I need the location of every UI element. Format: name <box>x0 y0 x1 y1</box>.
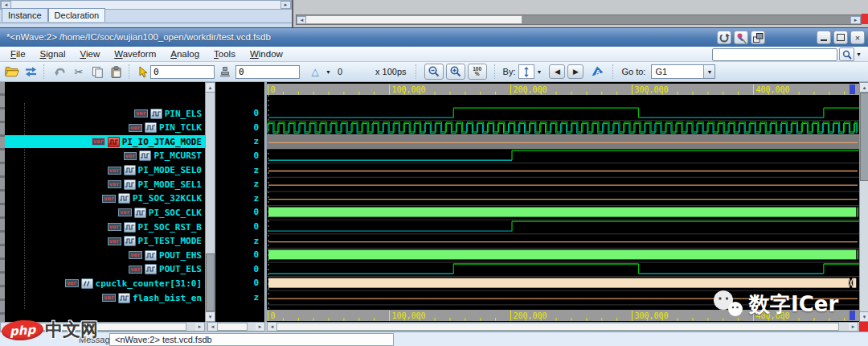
signal-row-PI_IO_JTAG_MODE[interactable]: verPI_IO_JTAG_MODE <box>5 135 205 148</box>
signal-vscrollbar[interactable]: ▴ ▾ <box>205 82 215 322</box>
menu-waveform[interactable]: Waveform <box>107 47 163 62</box>
toolbar-separator <box>416 64 420 79</box>
wechat-icon <box>712 290 744 319</box>
ver-badge: ver <box>124 152 137 160</box>
waveform-hscrollbar[interactable]: ◂ ▸ <box>267 322 858 332</box>
scroll-right-icon[interactable]: ▸ <box>849 323 858 331</box>
close-button[interactable]: × <box>850 31 865 44</box>
menu-signal[interactable]: Signal <box>33 47 73 62</box>
signal-value-cpuclk_counter[31:0]: 0 <box>215 277 264 290</box>
marker-time-input[interactable] <box>235 65 300 79</box>
scroll-right-icon[interactable]: ▸ <box>280 1 291 9</box>
background-hscrollbar-right[interactable]: ◂ ▸ <box>296 14 862 25</box>
scroll-right-icon[interactable]: ▸ <box>256 323 264 331</box>
prev-transition-button[interactable]: ◀ <box>549 64 565 79</box>
svg-text:300,000: 300,000 <box>635 311 669 320</box>
waveform-vscrollbar[interactable]: ▴ ▾ <box>859 82 868 322</box>
goto-combobox[interactable]: G1 ▼ <box>651 64 715 79</box>
scrollbar-thumb[interactable] <box>860 93 868 181</box>
scrollbar-thumb[interactable] <box>276 323 839 331</box>
signal-row-PIN_TCLK[interactable]: verPIN_TCLK <box>5 122 205 134</box>
goto-label: Go to: <box>621 67 645 76</box>
wechat-watermark-text: 数字ICer <box>749 290 838 319</box>
marker-tool-icon[interactable] <box>217 64 233 80</box>
signal-row-POUT_EHS[interactable]: verPOUT_EHS <box>5 249 205 262</box>
signal-row-PI_SOC_32KCLK[interactable]: verPI_SOC_32KCLK <box>5 192 205 205</box>
marker-up-icon[interactable]: △ <box>307 64 323 80</box>
menu-file[interactable]: File <box>3 47 33 62</box>
reload-signals-button[interactable] <box>23 64 39 80</box>
scroll-down-icon[interactable]: ▾ <box>206 311 215 321</box>
scroll-right-icon[interactable]: ▸ <box>195 323 204 331</box>
goto-dropdown-icon[interactable]: ▼ <box>703 65 714 78</box>
bookmark-a-icon[interactable]: A <box>589 64 605 80</box>
ver-badge: ver <box>118 208 132 216</box>
tab-instance[interactable]: Instance <box>2 8 48 22</box>
scroll-left-icon[interactable]: ◂ <box>268 323 276 331</box>
signal-row-PI_TEST_MODE[interactable]: verPI_TEST_MODE <box>5 235 205 248</box>
scroll-up-icon[interactable]: ▴ <box>860 83 868 93</box>
signal-row-PIN_ELS[interactable]: verPIN_ELS <box>5 107 205 120</box>
by-dropdown-icon[interactable]: ▼ <box>537 69 542 75</box>
reload-button[interactable] <box>717 31 731 44</box>
scrollbar-thumb[interactable] <box>217 323 248 331</box>
svg-text:0: 0 <box>271 311 276 320</box>
menu-analog[interactable]: Analog <box>163 47 207 62</box>
signal-row-PI_SOC_CLK[interactable]: verPI_SOC_CLK <box>5 206 205 219</box>
scroll-down-icon[interactable]: ▾ <box>860 311 868 321</box>
value-hscrollbar[interactable]: ◂ ▸ <box>207 322 265 332</box>
signal-row-PI_SOC_RST_B[interactable]: verPI_SOC_RST_B <box>5 220 205 233</box>
next-transition-button[interactable]: ▶ <box>567 64 583 79</box>
scroll-up-icon[interactable]: ▴ <box>206 83 215 93</box>
undo-button[interactable] <box>52 64 68 80</box>
zoom-full-button[interactable]: 100% <box>468 64 487 80</box>
copy-button[interactable] <box>89 64 105 80</box>
signal-name-panel[interactable]: verPIN_ELSverPIN_TCLKverPI_IO_JTAG_MODEv… <box>5 82 205 322</box>
scroll-right-icon[interactable]: ▸ <box>850 16 861 24</box>
marker-dropdown-icon[interactable]: ▼ <box>326 69 331 75</box>
cursor-tool-icon[interactable] <box>137 64 148 80</box>
ver-badge: ver <box>108 167 121 175</box>
paste-button[interactable] <box>108 64 124 80</box>
bit-icon <box>118 293 130 303</box>
zoom-out-button[interactable] <box>424 64 444 80</box>
titlebar[interactable]: *<nWave:2> /home/IC/soc/wujian100_open/w… <box>0 27 868 47</box>
minimize-button[interactable] <box>817 31 831 44</box>
scrollbar-thumb[interactable] <box>305 15 522 24</box>
bit-icon <box>145 250 157 261</box>
cursor-time-input[interactable] <box>150 65 215 79</box>
zoom-in-button[interactable] <box>446 64 465 80</box>
php-logo-icon: php <box>1 319 44 342</box>
menu-window[interactable]: Window <box>243 47 290 62</box>
signal-row-POUT_ELS[interactable]: verPOUT_ELS <box>5 263 205 276</box>
search-icon[interactable] <box>839 47 854 61</box>
search-dropdown-icon[interactable]: ▼ <box>856 51 862 57</box>
waveform-panel[interactable]: 0100,000200,000300,000400,000 0100,00020… <box>265 82 859 322</box>
tab-declaration[interactable]: Declaration <box>48 8 106 22</box>
cut-button[interactable]: ✂ <box>71 64 87 80</box>
time-ruler-top[interactable]: 0100,000200,000300,000400,000 <box>267 84 859 95</box>
menu-view[interactable]: View <box>73 47 108 62</box>
signal-row-PI_MODE_SEL1[interactable]: verPI_MODE_SEL1 <box>5 178 205 191</box>
scroll-left-icon[interactable]: ◂ <box>208 323 217 331</box>
menu-tools[interactable]: Tools <box>207 47 243 62</box>
signal-row-PI_MCURST[interactable]: verPI_MCURST <box>5 150 205 163</box>
signal-row-PI_MODE_SEL0[interactable]: verPI_MODE_SEL0 <box>5 164 205 177</box>
window-title: *<nWave:2> /home/IC/soc/wujian100_open/w… <box>6 32 271 42</box>
search-input[interactable] <box>712 48 837 61</box>
signal-row-flash_bist_en[interactable]: verflash_bist_en <box>5 291 205 304</box>
signal-name: PIN_ELS <box>165 109 202 119</box>
detach-window-button[interactable] <box>751 31 765 44</box>
search-by-button[interactable] <box>518 64 534 79</box>
open-file-button[interactable] <box>4 64 20 80</box>
statusbar: Message <nWave:2> test.vcd.fsdb <box>0 332 868 346</box>
record-indicator-bottom <box>859 322 868 332</box>
status-window-tab[interactable]: <nWave:2> test.vcd.fsdb <box>109 333 394 346</box>
waveform-canvas[interactable] <box>267 95 859 310</box>
pin-button[interactable] <box>734 31 748 44</box>
signal-value-panel[interactable]: 00z0zzz00z000z <box>215 82 264 322</box>
scrollbar-thumb[interactable] <box>206 253 215 311</box>
signal-row-cpuclk_counter[31:0][interactable]: vercpuclk_counter[31:0] <box>5 277 205 290</box>
signal-name: PI_MCURST <box>154 150 202 161</box>
maximize-button[interactable] <box>833 31 848 44</box>
